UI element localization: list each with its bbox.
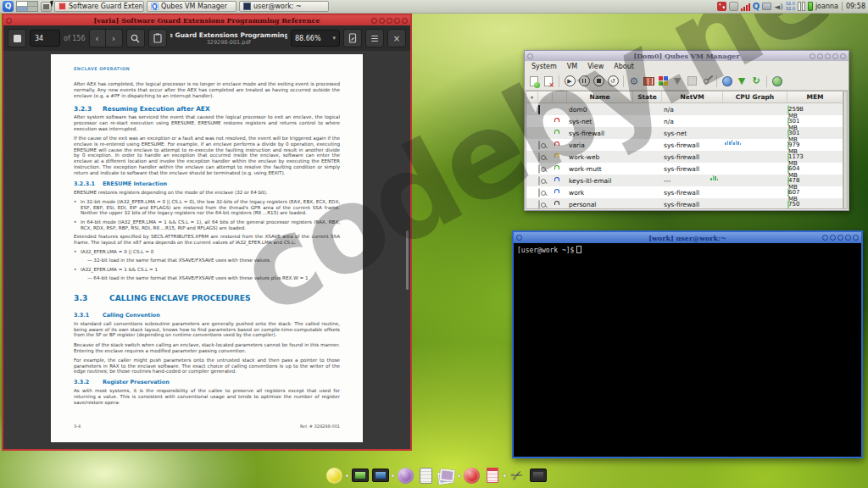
window-button[interactable]	[817, 53, 823, 59]
window-maximize-button[interactable]	[394, 18, 400, 24]
update-vm-button[interactable]: ▼	[735, 75, 748, 88]
screenshot-tool-icon[interactable]	[41, 2, 52, 12]
dock-terminal-dark-icon[interactable]	[529, 467, 547, 485]
table-row[interactable]: work-mutt sys-firewall 604 MB	[526, 163, 843, 175]
workspace-2[interactable]	[28, 2, 38, 6]
tray-updates-icon[interactable]	[717, 2, 726, 11]
window-close-button[interactable]	[840, 53, 846, 59]
window-menu-button[interactable]	[516, 235, 522, 241]
workspace-pager[interactable]	[16, 1, 38, 12]
menu-about[interactable]: About	[609, 63, 639, 70]
appmenus-button[interactable]: ▼	[670, 75, 684, 88]
menu-view[interactable]: View	[582, 63, 609, 70]
column-netvm[interactable]: NetVM	[662, 92, 723, 103]
keys-button[interactable]	[699, 75, 713, 88]
window-maximize-button[interactable]	[832, 53, 838, 59]
dock-terminal-green-icon[interactable]	[351, 467, 369, 485]
pause-vm-button[interactable]	[577, 75, 591, 88]
paragraph: After system software has serviced the e…	[74, 114, 340, 131]
column-name[interactable]: Name	[567, 92, 633, 103]
dock-browser-purple-icon[interactable]	[397, 467, 415, 485]
window-shade-button[interactable]	[825, 53, 831, 59]
window-shade-button[interactable]	[387, 18, 392, 24]
sidebar-toggle-button[interactable]	[8, 29, 26, 47]
dock-scissors-icon[interactable]: ✂	[509, 467, 526, 485]
sort-chevron-icon[interactable]: ▾	[526, 92, 538, 103]
labels-button[interactable]	[656, 75, 670, 88]
create-vm-button[interactable]	[527, 75, 541, 88]
vm-table-header[interactable]: ▾ Name State NetVM CPU Graph MEM	[526, 92, 843, 103]
previous-page-button[interactable]: ‹	[89, 29, 106, 47]
table-row[interactable]: sys-firewall sys-net 301 MB	[526, 127, 843, 139]
next-page-button[interactable]: ›	[106, 29, 123, 47]
restart-vm-button[interactable]: ↺	[606, 75, 620, 88]
pdf-content-area[interactable]: ENCLAVE OPERATION After AEX has complete…	[3, 51, 410, 449]
window-menu-button[interactable]	[6, 18, 12, 24]
vm-settings-button[interactable]: ⚙	[627, 75, 641, 88]
remove-vm-icon	[544, 76, 553, 86]
annotations-button[interactable]	[343, 29, 362, 47]
column-cpu[interactable]: CPU Graph	[723, 92, 787, 103]
menu-system[interactable]: System	[526, 63, 562, 70]
table-row[interactable]: keys-itl-email --- 478 MB	[526, 175, 843, 186]
dock-images-icon[interactable]	[437, 467, 455, 485]
volume-icon[interactable]: ◄)	[774, 3, 782, 11]
printer-tray-icon[interactable]	[762, 3, 771, 10]
dock-archive-icon[interactable]	[417, 467, 435, 485]
table-row[interactable]: varia sys-firewall 979 MB	[526, 139, 843, 151]
qubes-tray-icon[interactable]: Q	[753, 2, 760, 11]
window-button[interactable]	[371, 18, 377, 24]
workspace-4[interactable]	[28, 7, 38, 11]
search-button[interactable]	[126, 29, 145, 47]
table-row[interactable]: work sys-firewall 607 MB	[526, 186, 843, 198]
window-close-button[interactable]	[853, 235, 859, 241]
disabled-button[interactable]	[685, 75, 698, 88]
vm-manager-titlebar[interactable]: [Dom0] Qubes VM Manager	[525, 51, 849, 61]
network-signal-icon[interactable]	[741, 2, 750, 11]
dock-browser-red-icon[interactable]	[463, 467, 481, 485]
page-number-input[interactable]: 34	[30, 30, 60, 47]
menu-button[interactable]: ☰	[365, 29, 384, 47]
terminal-content[interactable]: [user@work ~]$	[514, 243, 861, 457]
table-row[interactable]: work-web sys-firewall 1173 MB	[526, 151, 843, 163]
workspace-1[interactable]	[17, 2, 27, 6]
annotate-button[interactable]	[148, 29, 167, 47]
taskbar-button-vm-manager[interactable]: Q Qubes VM Manager	[147, 1, 236, 12]
evince-close-button[interactable]: ×	[387, 29, 406, 47]
dock-document-red-icon[interactable]	[483, 467, 501, 485]
shutdown-vm-button[interactable]	[592, 75, 605, 88]
table-row[interactable]: sys-net n/a 301 MB	[526, 115, 843, 127]
window-maximize-button[interactable]	[845, 235, 851, 241]
remove-vm-button[interactable]	[542, 75, 555, 88]
refresh-button[interactable]: ↻	[749, 75, 763, 88]
window-shade-button[interactable]	[837, 235, 843, 241]
dock-terminal-blue-icon[interactable]	[371, 467, 389, 485]
qubes-menu-icon[interactable]: Q	[3, 1, 14, 12]
window-button[interactable]	[379, 18, 385, 24]
window-button[interactable]	[822, 235, 828, 241]
zoom-select[interactable]: 88.66% ▾	[291, 30, 340, 47]
window-button[interactable]	[830, 235, 836, 241]
top-panel: Q Software Guard Extensio... Q Qubes VM …	[0, 0, 868, 14]
running-header: ENCLAVE OPERATION	[74, 66, 340, 71]
pdf-scrollbar[interactable]	[406, 230, 409, 291]
table-row[interactable]: dom0 n/a 2598 MB	[526, 103, 843, 115]
window-menu-button[interactable]	[527, 53, 533, 59]
window-button[interactable]	[810, 53, 815, 59]
pdf-titlebar[interactable]: [varia] Software Guard Extensions Progra…	[3, 15, 410, 25]
column-mem[interactable]: MEM	[787, 92, 843, 103]
vm-table-scrollbar[interactable]	[843, 91, 848, 209]
workspace-3[interactable]	[17, 7, 27, 11]
start-vm-button[interactable]: ▶	[563, 75, 576, 88]
tray-devices-icon[interactable]	[729, 2, 738, 11]
window-close-button[interactable]	[402, 18, 408, 24]
terminal-titlebar[interactable]: [work] user@work:~	[514, 232, 861, 243]
globalsettings-button[interactable]	[721, 75, 734, 88]
taskbar-button-terminal[interactable]: user@work: ~	[239, 1, 329, 12]
network-button[interactable]	[771, 75, 784, 88]
firewall-button[interactable]	[642, 75, 655, 88]
dock-browser-yellow-icon[interactable]	[326, 467, 343, 485]
taskbar-button-pdf[interactable]: Software Guard Extensio...	[54, 1, 144, 12]
column-state[interactable]: State	[633, 92, 662, 103]
menu-vm[interactable]: VM	[562, 63, 582, 70]
